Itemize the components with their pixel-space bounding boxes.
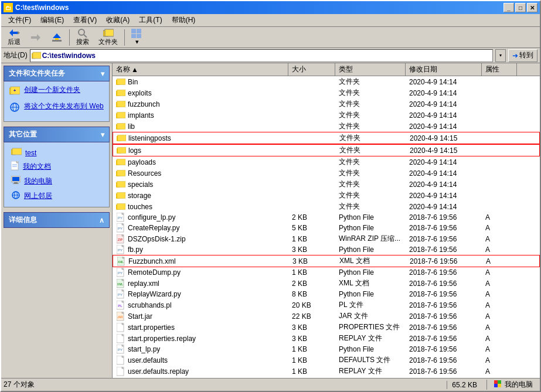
menu-tools[interactable]: 工具(T) <box>134 14 166 26</box>
forward-button[interactable] <box>26 31 46 44</box>
file-name: start.properties <box>128 323 175 332</box>
file-name: RemoteDump.py <box>128 268 181 277</box>
file-name-cell: listeningposts <box>113 134 289 143</box>
file-row[interactable]: ZIP DSZOpsDisk-1.zip 1 KB WinRAR ZIP 压缩.… <box>113 233 540 244</box>
menu-file[interactable]: 文件(F) <box>4 14 36 26</box>
sidebar: 文件和文件夹任务 ▾ + 创建一个新文件夹 <box>1 63 113 378</box>
status-computer: 我的电脑 <box>486 380 537 390</box>
create-folder-link[interactable]: + 创建一个新文件夹 <box>9 85 104 97</box>
file-name-cell: XML Fuzzbunch.xml <box>113 257 289 266</box>
file-row[interactable]: PL scrubhands.pl 20 KB PL 文件 2018-7-6 19… <box>113 299 540 311</box>
file-row[interactable]: PY ReplayWizard.py 8 KB Python File 2018… <box>113 289 540 299</box>
other-header[interactable]: 其它位置 ▾ <box>4 127 110 142</box>
sidebar-item-network[interactable]: 网上邻居 <box>9 189 104 203</box>
minimize-button[interactable]: _ <box>503 3 514 12</box>
tasks-header[interactable]: 文件和文件夹任务 ▾ <box>4 66 110 81</box>
create-folder-icon: + <box>9 85 21 97</box>
publish-web-link[interactable]: 将这个文件夹发布到 Web <box>9 101 104 113</box>
file-icon-folder <box>117 134 126 143</box>
file-type: DEFAULTS 文件 <box>335 355 406 365</box>
views-dropdown: ▾ <box>135 38 139 46</box>
col-header-date[interactable]: 修改日期 <box>406 63 482 76</box>
close-button[interactable]: ✕ <box>527 3 537 12</box>
main-content: 文件和文件夹任务 ▾ + 创建一个新文件夹 <box>1 63 540 378</box>
address-label: 地址(D) <box>4 50 28 60</box>
file-row[interactable]: Bin 文件夹 2020-4-9 14:14 <box>113 76 540 87</box>
menu-view[interactable]: 查看(V) <box>69 14 101 26</box>
file-row[interactable]: implants 文件夹 2020-4-9 14:14 <box>113 110 540 121</box>
file-row[interactable]: user.defaults.replay 1 KB REPLAY 文件 2018… <box>113 366 540 377</box>
forward-icon <box>30 33 42 42</box>
detail-header[interactable]: 详细信息 ∧ <box>4 212 110 228</box>
svg-rect-58 <box>117 192 125 198</box>
file-name: configure_lp.py <box>128 213 175 221</box>
file-row[interactable]: lib 文件夹 2020-4-9 14:14 <box>113 121 540 132</box>
file-size: 2 KB <box>288 213 335 221</box>
file-date: 2020-4-9 14:14 <box>406 78 482 86</box>
col-header-attr[interactable]: 属性 <box>482 63 517 76</box>
file-row[interactable]: specials 文件夹 2020-4-9 14:14 <box>113 179 540 190</box>
menu-favorites[interactable]: 收藏(A) <box>101 14 134 26</box>
file-type: 文件夹 <box>335 168 406 178</box>
file-row[interactable]: PY CreateReplay.py 5 KB Python File 2018… <box>113 223 540 233</box>
file-list-body[interactable]: Bin 文件夹 2020-4-9 14:14 exploits 文件夹 2020… <box>113 76 540 378</box>
menu-help[interactable]: 帮助(H) <box>167 14 200 26</box>
search-button[interactable]: 搜索 <box>72 26 93 48</box>
file-size: 1 KB <box>288 356 335 364</box>
col-header-size[interactable]: 大小 <box>288 63 335 76</box>
tasks-header-label: 文件和文件夹任务 <box>9 69 65 79</box>
file-icon-py: PY <box>116 223 125 233</box>
address-input[interactable] <box>42 52 491 60</box>
sidebar-item-test[interactable]: test <box>9 146 104 159</box>
svg-marker-5 <box>53 33 61 38</box>
file-row[interactable]: user.defaults 1 KB DEFAULTS 文件 2018-7-6 … <box>113 354 540 366</box>
file-row[interactable]: payloads 文件夹 2020-4-9 14:14 <box>113 156 540 168</box>
file-row[interactable]: listeningposts 文件夹 2020-4-9 14:15 <box>113 132 540 144</box>
title-bar-buttons: _ □ ✕ <box>503 3 537 12</box>
file-row[interactable]: XML Fuzzbunch.xml 3 KB XML 文档 2018-7-6 1… <box>113 255 540 267</box>
file-name: start_lp.py <box>128 345 160 353</box>
menu-edit[interactable]: 编辑(E) <box>36 14 69 26</box>
col-header-name[interactable]: 名称 ▲ <box>113 63 288 76</box>
up-button[interactable] <box>47 31 67 44</box>
file-row[interactable]: storage 文件夹 2020-4-9 14:14 <box>113 190 540 201</box>
file-name-cell: lib <box>113 122 288 131</box>
file-row[interactable]: start.properties.replay 3 KB REPLAY 文件 2… <box>113 333 540 344</box>
file-row[interactable]: PY fb.py 3 KB Python File 2018-7-6 19:56… <box>113 244 540 255</box>
folders-label: 文件夹 <box>98 38 118 46</box>
svg-rect-105 <box>498 384 501 387</box>
address-dropdown[interactable]: ▾ <box>495 49 506 62</box>
file-row[interactable]: start.properties 3 KB PROPERTIES 文件 2018… <box>113 322 540 333</box>
go-button[interactable]: ➜ 转到 <box>508 49 537 62</box>
svg-rect-52 <box>117 159 125 165</box>
file-icon-folder <box>116 202 125 212</box>
folders-button[interactable]: 文件夹 <box>94 26 122 48</box>
file-attr: A <box>482 335 517 343</box>
file-row[interactable]: PY start_lp.py 1 KB Python File 2018-7-6… <box>113 344 540 354</box>
file-icon-py: PY <box>116 213 125 222</box>
sidebar-item-documents[interactable]: 我的文档 <box>9 159 104 174</box>
file-row[interactable]: fuzzbunch 文件夹 2020-4-9 14:14 <box>113 98 540 110</box>
file-row[interactable]: exploits 文件夹 2020-4-9 14:14 <box>113 87 540 98</box>
detail-section: 详细信息 ∧ <box>4 212 110 228</box>
file-row[interactable]: XML replay.xml 2 KB XML 文档 2018-7-6 19:5… <box>113 278 540 289</box>
sidebar-item-computer[interactable]: 我的电脑 <box>9 174 104 189</box>
file-row[interactable]: JAR Start.jar 22 KB JAR 文件 2018-7-6 19:5… <box>113 311 540 322</box>
maximize-button[interactable]: □ <box>515 3 526 12</box>
file-row[interactable]: touches 文件夹 2020-4-9 14:14 <box>113 201 540 212</box>
file-row[interactable]: Resources 文件夹 2020-4-9 14:14 <box>113 168 540 179</box>
tasks-content: + 创建一个新文件夹 将这个文件夹发布 <box>4 81 110 122</box>
file-row[interactable]: PY configure_lp.py 2 KB Python File 2018… <box>113 212 540 223</box>
file-icon-replay <box>116 367 125 376</box>
back-icon <box>8 28 20 38</box>
file-date: 2020-4-9 14:14 <box>406 169 482 178</box>
file-name: user.defaults <box>128 356 168 364</box>
file-date: 2018-7-6 19:56 <box>406 268 482 277</box>
col-header-type[interactable]: 类型 <box>335 63 406 76</box>
file-row[interactable]: logs 文件夹 2020-4-9 14:15 <box>113 144 540 156</box>
file-name-cell: payloads <box>113 158 288 167</box>
file-row[interactable]: PY RemoteDump.py 1 KB Python File 2018-7… <box>113 267 540 278</box>
views-button[interactable]: ▾ <box>127 27 147 47</box>
back-button[interactable]: 后退 <box>4 26 25 48</box>
file-attr: A <box>482 235 517 243</box>
